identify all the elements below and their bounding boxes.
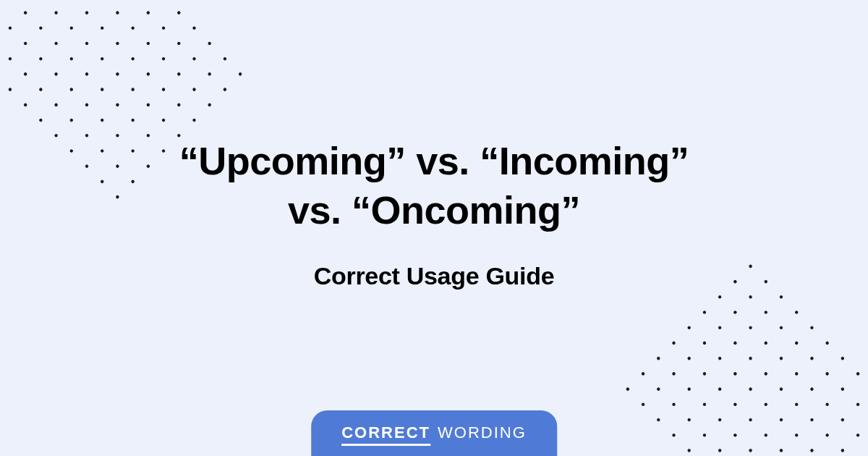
title-line-1: “Upcoming” vs. “Incoming” — [179, 139, 689, 182]
page-subtitle: Correct Usage Guide — [314, 262, 555, 290]
main-content: “Upcoming” vs. “Incoming” vs. “Oncoming”… — [0, 0, 868, 456]
brand-word-wording: WORDING — [438, 423, 527, 442]
brand-badge: CORRECT WORDING — [311, 410, 557, 456]
title-line-2: vs. “Oncoming” — [288, 188, 580, 232]
brand-word-correct: CORRECT — [341, 423, 430, 446]
page-title: “Upcoming” vs. “Incoming” vs. “Oncoming” — [179, 137, 689, 235]
